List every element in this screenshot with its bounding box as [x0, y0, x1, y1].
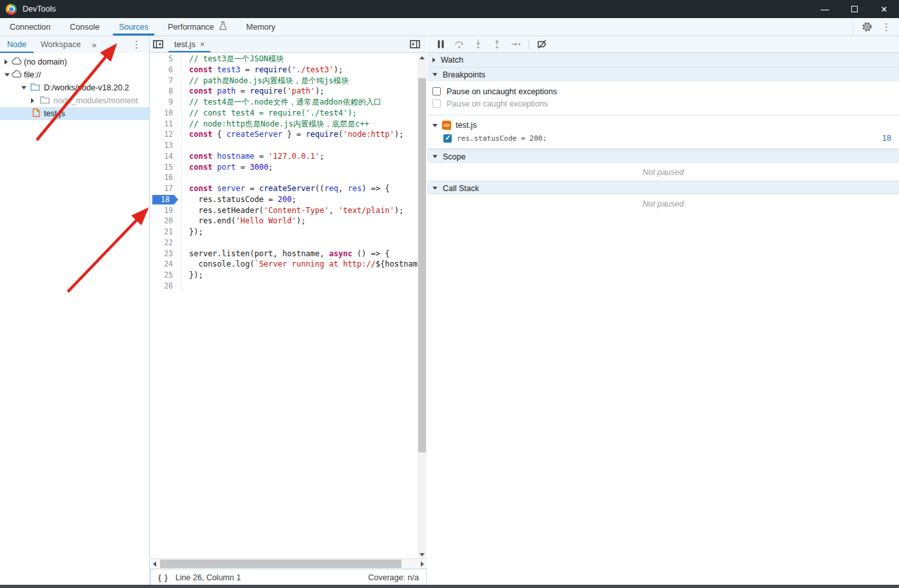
code-line-5[interactable]: 5// test3是一个JSON模块	[150, 54, 418, 65]
code-line-26[interactable]: 26	[150, 281, 418, 292]
line-number[interactable]: 24	[150, 259, 181, 270]
line-number[interactable]: 21	[150, 227, 181, 238]
line-number[interactable]: 10	[150, 108, 181, 119]
code-line-19[interactable]: 19 res.setHeader('Content-Type', 'text/p…	[150, 205, 418, 216]
code-line-23[interactable]: 23server.listen(port, hostname, async ()…	[150, 248, 418, 259]
vertical-scroll-thumb[interactable]	[418, 78, 426, 452]
code-line-18[interactable]: 18 res.statusCode = 200;	[150, 194, 418, 205]
breakpoint-group: <>test.jsres.statusCode = 200;18	[427, 116, 899, 149]
breakpoint-entry[interactable]: res.statusCode = 200;18	[427, 132, 899, 145]
code-line-17[interactable]: 17const server = createServer((req, res)…	[150, 183, 418, 194]
collapsed-triangle-icon[interactable]	[5, 59, 8, 65]
line-number[interactable]: 13	[150, 140, 181, 151]
step-icon	[510, 39, 521, 50]
code-line-12[interactable]: 12const { createServer } = require('node…	[150, 129, 418, 140]
code-text: // path是Node.js内置模块，是个纯js模块	[181, 76, 418, 86]
code-text: const path = require('path');	[181, 86, 418, 97]
scope-section-header[interactable]: Scope	[427, 149, 899, 163]
code-line-14[interactable]: 14const hostname = '127.0.0.1';	[150, 151, 418, 162]
code-editor[interactable]: 5// test3是一个JSON模块6const test3 = require…	[150, 54, 418, 558]
maximize-button[interactable]	[840, 0, 869, 18]
tab-performance[interactable]: Performance	[158, 18, 237, 35]
line-number[interactable]: 16	[150, 172, 181, 183]
code-line-25[interactable]: 25});	[150, 270, 418, 281]
line-number[interactable]: 14	[150, 151, 181, 162]
show-debugger-icon[interactable]	[407, 36, 423, 52]
scroll-left-icon[interactable]	[150, 559, 159, 569]
line-number[interactable]: 25	[150, 270, 181, 281]
option-pause-on-uncaught-exceptions[interactable]: Pause on uncaught exceptions	[427, 85, 899, 97]
line-number[interactable]: 15	[150, 162, 181, 173]
breakpoints-section-header[interactable]: Breakpoints	[427, 67, 899, 81]
tab-close-icon[interactable]: ×	[200, 40, 205, 48]
more-options-icon[interactable]: ⋮	[882, 21, 891, 33]
breakpoint-checkbox[interactable]	[443, 134, 452, 143]
scroll-right-icon[interactable]	[418, 559, 427, 569]
tab-console[interactable]: Console	[60, 18, 109, 35]
minimize-button[interactable]: —	[810, 0, 840, 18]
expanded-triangle-icon[interactable]	[5, 74, 10, 77]
code-text: const hostname = '127.0.0.1';	[181, 151, 418, 162]
line-number[interactable]: 23	[150, 248, 181, 259]
line-number[interactable]: 11	[150, 119, 181, 130]
line-number[interactable]: 12	[150, 129, 181, 140]
tab-connection[interactable]: Connection	[0, 18, 60, 35]
watch-section-label: Watch	[441, 56, 463, 65]
hide-navigator-icon[interactable]	[150, 36, 166, 52]
code-line-15[interactable]: 15const port = 3000;	[150, 162, 418, 173]
code-line-16[interactable]: 16	[150, 172, 418, 183]
option-pause-on-caught-exceptions[interactable]: Pause on caught exceptions	[427, 97, 899, 110]
tree-item--no-domain-[interactable]: (no domain)	[0, 56, 149, 68]
breakpoint-gutter[interactable]: 18	[150, 194, 181, 205]
code-line-9[interactable]: 9// test4是一个.node文件，通常是addon依赖的入口	[150, 97, 418, 108]
line-number[interactable]: 22	[150, 238, 181, 248]
close-button[interactable]: ✕	[869, 0, 899, 18]
code-line-22[interactable]: 22	[150, 238, 418, 248]
breakpoint-marker[interactable]: 18	[152, 195, 178, 205]
tree-item-d-works-node-v18-20-2[interactable]: D:/works/node-v18.20.2	[0, 81, 149, 94]
settings-gear-icon[interactable]	[861, 22, 873, 32]
code-line-11[interactable]: 11// node:http也是Node.js内置模块，底层是c++	[150, 119, 418, 130]
collapsed-triangle-icon[interactable]	[31, 98, 34, 103]
call-stack-section-header[interactable]: Call Stack	[427, 181, 899, 195]
breakpoint-file-header[interactable]: <>test.js	[427, 119, 899, 132]
line-number[interactable]: 19	[150, 205, 181, 216]
code-line-21[interactable]: 21});	[150, 227, 418, 238]
line-number[interactable]: 7	[150, 76, 181, 86]
tree-item-node-modules-moment[interactable]: node_modules/moment	[0, 94, 149, 107]
code-line-6[interactable]: 6const test3 = require('./test3');	[150, 65, 418, 76]
pause-script-icon[interactable]	[435, 39, 447, 50]
code-line-20[interactable]: 20 res.end('Hello World');	[150, 216, 418, 227]
scroll-down-icon[interactable]	[418, 551, 427, 558]
tree-item-test-js[interactable]: test.js	[0, 107, 149, 120]
watch-section-header[interactable]: Watch	[427, 53, 899, 67]
more-tabs-chevron-icon[interactable]: »	[88, 36, 100, 53]
code-line-24[interactable]: 24 console.log(`Server running at http:/…	[150, 259, 418, 270]
navigator-menu-icon[interactable]: ⋮	[132, 36, 149, 53]
horizontal-scroll-thumb[interactable]	[160, 560, 401, 568]
line-number[interactable]: 6	[150, 65, 181, 76]
navigator-tab-node[interactable]: Node	[0, 36, 34, 53]
scroll-up-icon[interactable]	[418, 54, 427, 61]
navigator-tab-workspace[interactable]: Workspace	[34, 36, 88, 53]
line-number[interactable]: 26	[150, 281, 181, 292]
code-line-10[interactable]: 10// const test4 = require('./test4');	[150, 108, 418, 119]
expanded-triangle-icon[interactable]	[21, 86, 26, 90]
line-number[interactable]: 9	[150, 97, 181, 108]
line-number[interactable]: 5	[150, 54, 181, 65]
code-line-7[interactable]: 7// path是Node.js内置模块，是个纯js模块	[150, 76, 418, 86]
tab-memory[interactable]: Memory	[237, 18, 285, 35]
code-line-13[interactable]: 13	[150, 140, 418, 151]
tree-item-file-[interactable]: file://	[0, 68, 149, 81]
line-number[interactable]: 8	[150, 86, 181, 97]
code-line-8[interactable]: 8const path = require('path');	[150, 86, 418, 97]
editor-horizontal-scrollbar[interactable]	[150, 558, 427, 569]
editor-tab-testjs[interactable]: test.js ×	[168, 36, 210, 52]
editor-vertical-scrollbar[interactable]	[418, 54, 427, 558]
line-number[interactable]: 17	[150, 183, 181, 194]
tab-sources[interactable]: Sources	[109, 18, 158, 35]
line-number[interactable]: 20	[150, 216, 181, 227]
pretty-print-icon[interactable]: { }	[158, 573, 168, 582]
checkbox[interactable]	[432, 87, 441, 96]
deactivate-breakpoints-icon[interactable]	[536, 39, 548, 50]
